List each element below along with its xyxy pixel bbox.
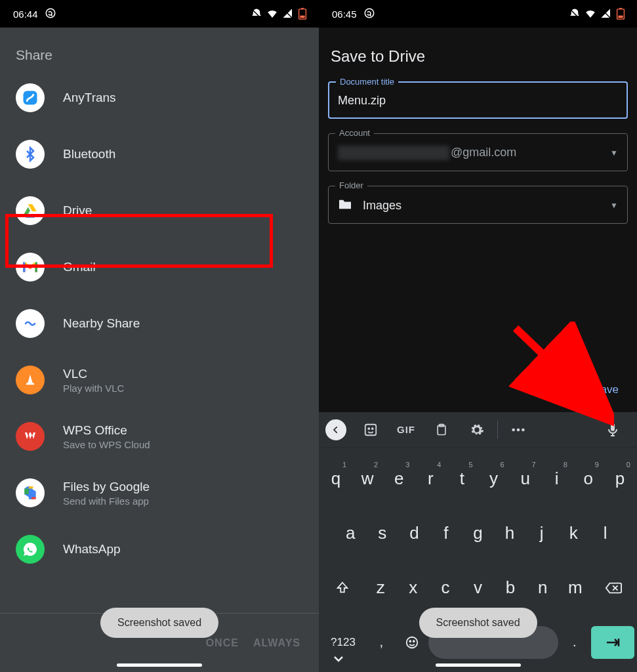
mic-icon[interactable] — [595, 417, 630, 443]
key-m[interactable]: m — [560, 568, 590, 608]
share-item-anytrans[interactable]: AnyTrans — [0, 70, 319, 126]
key-enter[interactable] — [591, 626, 634, 659]
status-bar: 06:44 — [0, 0, 319, 28]
share-item-vlc[interactable]: VLCPlay with VLC — [0, 352, 319, 408]
key-t[interactable]: t5 — [447, 459, 476, 499]
cancel-button[interactable]: Cancel — [533, 383, 568, 396]
share-item-label: Files by Google — [63, 480, 150, 494]
keyboard-collapse-icon[interactable] — [331, 651, 346, 667]
account-field[interactable]: Account @gmail.com ▼ — [328, 133, 628, 171]
svg-point-16 — [372, 428, 373, 429]
share-item-nearby-share[interactable]: Nearby Share — [0, 295, 319, 352]
key-shift[interactable] — [321, 568, 363, 608]
clipboard-icon[interactable] — [424, 417, 459, 443]
key-z[interactable]: z — [366, 568, 396, 608]
soft-keyboard[interactable]: GIF q1 w2 e3 r4 t5 y6 u7 i8 o9 p0 a s — [319, 412, 637, 672]
share-title: Share — [0, 28, 319, 70]
key-y[interactable]: y6 — [480, 459, 508, 499]
toast: Screenshot saved — [419, 608, 537, 638]
share-item-wps[interactable]: WPS OfficeSave to WPS Cloud — [0, 408, 319, 465]
save-button[interactable]: Save — [593, 383, 619, 396]
nav-pill[interactable] — [117, 663, 202, 667]
nav-pill[interactable] — [436, 663, 521, 667]
bluetooth-icon — [16, 140, 45, 169]
key-period[interactable]: . — [561, 623, 588, 662]
key-n[interactable]: n — [528, 568, 558, 608]
key-c[interactable]: c — [430, 568, 460, 608]
whatsapp-status-icon — [363, 7, 375, 21]
key-q[interactable]: q1 — [321, 459, 350, 499]
document-title-field[interactable]: Document title Menu.zip — [328, 81, 628, 119]
key-u[interactable]: u7 — [511, 459, 540, 499]
key-d[interactable]: d — [400, 514, 429, 553]
share-item-files[interactable]: Files by GoogleSend with Files app — [0, 465, 319, 521]
folder-icon — [338, 198, 352, 213]
key-v[interactable]: v — [463, 568, 493, 608]
svg-rect-22 — [611, 423, 615, 431]
key-k[interactable]: k — [559, 514, 588, 553]
share-item-label: WhatsApp — [63, 542, 121, 556]
gear-icon[interactable] — [459, 417, 495, 443]
share-item-gmail[interactable]: Gmail — [0, 239, 319, 295]
key-w[interactable]: w2 — [353, 459, 382, 499]
drive-icon — [16, 196, 45, 225]
key-h[interactable]: h — [495, 514, 525, 553]
once-button[interactable]: ONCE — [206, 637, 239, 649]
key-i[interactable]: i8 — [543, 459, 571, 499]
vlc-icon — [16, 366, 45, 394]
key-g[interactable]: g — [463, 514, 493, 553]
key-p[interactable]: p0 — [606, 459, 634, 499]
key-r[interactable]: r4 — [416, 459, 445, 499]
status-time: 06:45 — [332, 9, 357, 20]
svg-point-20 — [517, 428, 520, 431]
save-to-drive-panel: Save to Drive Document title Menu.zip Ac… — [319, 28, 637, 412]
share-item-label: Drive — [63, 203, 92, 218]
key-a[interactable]: a — [336, 514, 365, 553]
key-o[interactable]: o9 — [574, 459, 603, 499]
gmail-icon — [16, 253, 45, 282]
share-item-label: Nearby Share — [63, 316, 140, 331]
field-label: Document title — [336, 77, 398, 87]
share-item-whatsapp[interactable]: WhatsApp — [0, 521, 319, 578]
more-icon[interactable] — [501, 417, 536, 443]
share-item-bluetooth[interactable]: Bluetooth — [0, 126, 319, 182]
share-item-drive[interactable]: Drive — [0, 182, 319, 239]
share-item-label: Bluetooth — [63, 147, 115, 161]
key-j[interactable]: j — [527, 514, 556, 553]
battery-icon — [616, 8, 625, 20]
key-comma[interactable]: , — [367, 623, 395, 662]
account-value: @gmail.com — [338, 146, 610, 160]
key-f[interactable]: f — [432, 514, 461, 553]
folder-field[interactable]: Folder Images ▼ — [328, 186, 628, 224]
keyboard-back-button[interactable] — [325, 419, 346, 440]
gif-button[interactable]: GIF — [388, 417, 424, 443]
share-item-label: Gmail — [63, 260, 96, 274]
chevron-down-icon[interactable]: ▼ — [610, 148, 618, 158]
key-b[interactable]: b — [495, 568, 525, 608]
sticker-icon[interactable] — [353, 417, 388, 443]
keyboard-row-3: z x c v b n m — [321, 568, 634, 608]
key-x[interactable]: x — [398, 568, 428, 608]
svg-point-0 — [46, 9, 55, 18]
field-label: Account — [335, 128, 374, 138]
chevron-down-icon[interactable]: ▼ — [610, 201, 618, 210]
dnd-icon — [569, 8, 581, 20]
whatsapp-icon — [16, 535, 45, 564]
redacted-email-local — [338, 146, 449, 160]
always-button[interactable]: ALWAYS — [253, 637, 300, 649]
document-title-input[interactable]: Menu.zip — [338, 94, 618, 108]
svg-rect-4 — [301, 8, 304, 9]
share-list[interactable]: AnyTrans Bluetooth Drive Gmail — [0, 70, 319, 672]
key-e[interactable]: e3 — [384, 459, 413, 499]
wifi-icon — [266, 8, 278, 20]
key-backspace[interactable] — [592, 568, 634, 608]
page-title: Save to Drive — [328, 28, 628, 81]
key-l[interactable]: l — [590, 514, 620, 553]
svg-point-15 — [368, 428, 369, 429]
wifi-icon — [585, 8, 596, 20]
dialog-actions: Cancel Save — [328, 383, 628, 396]
share-item-label: VLC — [63, 367, 124, 381]
wps-icon — [16, 422, 45, 451]
share-item-sub: Save to WPS Cloud — [63, 439, 150, 450]
key-s[interactable]: s — [368, 514, 398, 553]
